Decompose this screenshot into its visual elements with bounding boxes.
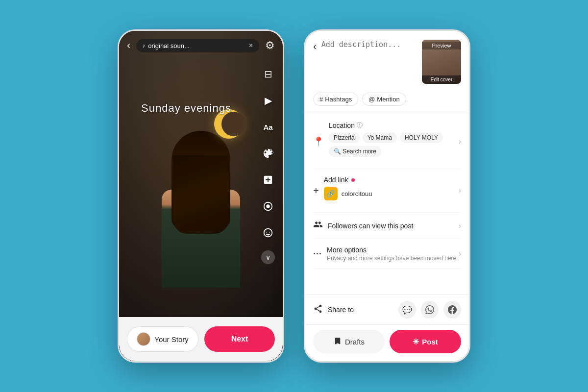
hashtag-icon: #	[319, 96, 323, 103]
more-options-row[interactable]: ··· More options Privacy and more settin…	[313, 239, 461, 269]
hashtags-label: Hashtags	[325, 96, 352, 103]
face-effects-icon[interactable]	[259, 224, 277, 242]
right-toolbar: ⊟ ▶ Aa ∨	[259, 65, 277, 264]
location-chips: Pizzeria Yo Mama HOLY MOLY 🔍 Search more	[329, 129, 459, 162]
close-audio-icon[interactable]: ✕	[248, 42, 253, 49]
location-row[interactable]: 📍 Location ⓘ Pizzeria Yo Mama HOLY MOLY …	[313, 114, 461, 169]
mention-icon: @	[368, 96, 375, 103]
hashtags-button[interactable]: # Hashtags	[313, 93, 358, 106]
mention-label: Mention	[377, 96, 399, 103]
more-options-content: More options Privacy and more settings h…	[327, 246, 459, 262]
share-whatsapp-button[interactable]	[421, 301, 439, 318]
more-options-sub: Privacy and more settings have been move…	[327, 255, 459, 262]
right-back-button[interactable]: ‹	[313, 40, 317, 52]
description-input[interactable]	[321, 40, 417, 60]
more-options-icon: ···	[313, 249, 322, 259]
audio-text: original soun...	[148, 42, 190, 49]
bottom-action-bar: Drafts ✳ Post	[305, 324, 469, 361]
effects-icon[interactable]	[259, 197, 277, 215]
followers-chevron-icon: ›	[459, 221, 461, 230]
edit-cover-label[interactable]: Edit cover	[422, 75, 461, 84]
location-icon: 📍	[313, 136, 324, 147]
settings-icon[interactable]: ⚙	[265, 39, 275, 52]
share-facebook-button[interactable]	[443, 301, 461, 318]
more-options-chevron-icon: ›	[459, 249, 461, 258]
mention-button[interactable]: @ Mention	[362, 93, 406, 106]
plus-icon: +	[313, 185, 319, 196]
followers-content: Followers can view this post	[328, 222, 459, 230]
preview-label: Preview	[422, 42, 461, 49]
chevron-down-icon[interactable]: ∨	[261, 250, 275, 264]
link-preview: 🔗 colorcitouu	[324, 184, 459, 205]
followers-icon	[313, 220, 323, 232]
share-icons: 💬	[398, 301, 461, 318]
add-link-content: Add link 🔗 colorcitouu	[324, 176, 459, 205]
right-phone: ‹ Preview Edit cover # Hashtags @ Mentio…	[304, 29, 470, 363]
share-icon	[313, 304, 323, 316]
your-story-button[interactable]: Your Story	[127, 326, 198, 352]
followers-title: Followers can view this post	[328, 222, 459, 230]
location-search-more[interactable]: 🔍 Search more	[329, 146, 381, 157]
location-chip-holymoly[interactable]: HOLY MOLY	[400, 132, 443, 143]
video-caption-text: Sunday evenings	[119, 102, 253, 115]
location-label: Location	[329, 122, 355, 129]
location-chip-yomama[interactable]: Yo Mama	[363, 132, 397, 143]
location-info-icon: ⓘ	[357, 121, 363, 129]
share-to-label: Share to	[328, 306, 398, 314]
new-feature-dot	[351, 178, 355, 182]
followers-row[interactable]: Followers can view this post ›	[313, 213, 461, 239]
split-screen-icon[interactable]: ⊟	[259, 65, 277, 83]
drafts-icon	[333, 337, 342, 347]
post-header: ‹ Preview Edit cover	[305, 31, 469, 89]
add-link-row[interactable]: + Add link 🔗 colorcitouu ›	[313, 169, 461, 213]
link-favicon-icon: 🔗	[324, 187, 338, 200]
link-text: colorcitouu	[342, 190, 372, 197]
post-label: Post	[422, 338, 438, 346]
sticker-add-icon[interactable]	[259, 171, 277, 189]
next-button[interactable]: Next	[204, 326, 275, 352]
your-story-label: Your Story	[154, 335, 189, 343]
person-silhouette	[152, 136, 250, 322]
drafts-label: Drafts	[345, 338, 365, 346]
add-link-title: Add link	[324, 176, 459, 184]
divider-1	[305, 112, 469, 112]
location-chevron-icon: ›	[459, 137, 461, 146]
settings-section: 📍 Location ⓘ Pizzeria Yo Mama HOLY MOLY …	[305, 114, 469, 294]
back-button[interactable]: ‹	[127, 39, 130, 52]
share-messages-button[interactable]: 💬	[398, 301, 416, 318]
location-content: Location ⓘ Pizzeria Yo Mama HOLY MOLY 🔍 …	[329, 121, 459, 162]
bottom-bar: Your Story Next	[119, 317, 283, 361]
top-bar: ‹ ♪ original soun... ✕ ⚙	[119, 31, 283, 60]
post-sparkle-icon: ✳	[413, 337, 419, 346]
location-chip-pizzeria[interactable]: Pizzeria	[329, 132, 360, 143]
post-button[interactable]: ✳ Post	[390, 330, 461, 353]
music-icon: ♪	[142, 42, 145, 49]
text-tool-icon[interactable]: Aa	[259, 118, 277, 136]
more-options-title: More options	[327, 246, 459, 254]
drafts-button[interactable]: Drafts	[313, 330, 385, 353]
share-to-row: Share to 💬	[305, 294, 469, 324]
preview-thumbnail[interactable]: Preview Edit cover	[422, 40, 461, 84]
tags-row: # Hashtags @ Mention	[305, 89, 469, 110]
add-link-chevron-icon: ›	[459, 186, 461, 195]
audio-pill[interactable]: ♪ original soun... ✕	[136, 39, 259, 52]
add-link-label: Add link	[324, 176, 348, 184]
left-phone: Sunday evenings ‹ ♪ original soun... ✕ ⚙…	[118, 29, 284, 363]
video-trim-icon[interactable]: ▶	[259, 92, 277, 109]
location-title: Location ⓘ	[329, 121, 459, 129]
person-hair-front	[173, 155, 229, 234]
palette-icon[interactable]	[259, 145, 277, 162]
story-avatar	[137, 332, 150, 346]
